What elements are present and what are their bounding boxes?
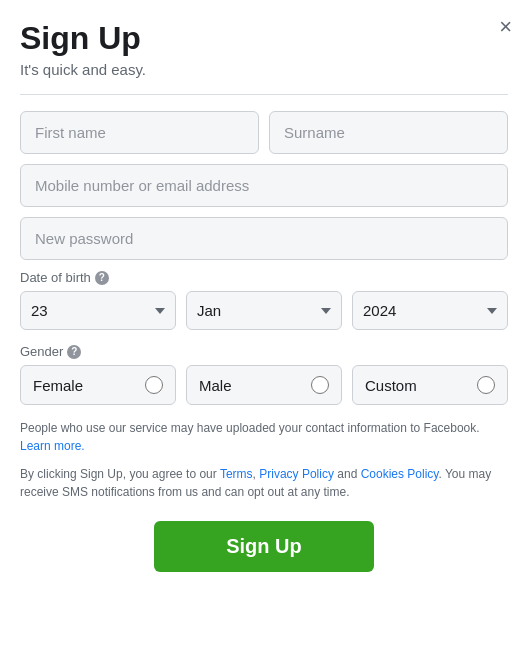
password-row — [20, 217, 508, 260]
dob-selects: 23 123 456 789 101112 131415 161718 1920… — [20, 291, 508, 330]
gender-male-radio[interactable] — [311, 376, 329, 394]
dob-help-icon[interactable]: ? — [95, 271, 109, 285]
mobile-input[interactable] — [20, 164, 508, 207]
dob-year-select[interactable]: 2024 202320222021 202020102000 19901980 — [352, 291, 508, 330]
cookies-link[interactable]: Cookies Policy — [361, 467, 439, 481]
privacy-link[interactable]: Privacy Policy — [259, 467, 334, 481]
mobile-row — [20, 164, 508, 207]
signup-button[interactable]: Sign Up — [154, 521, 374, 572]
terms-text: By clicking Sign Up, you agree to our Te… — [20, 465, 508, 501]
surname-input[interactable] — [269, 111, 508, 154]
dob-label: Date of birth — [20, 270, 91, 285]
gender-male[interactable]: Male — [186, 365, 342, 405]
gender-female-radio[interactable] — [145, 376, 163, 394]
page-subtitle: It's quick and easy. — [20, 61, 508, 78]
contact-info-message: People who use our service may have uplo… — [20, 421, 480, 435]
gender-custom-radio[interactable] — [477, 376, 495, 394]
gender-options: Female Male Custom — [20, 365, 508, 405]
gender-label: Gender — [20, 344, 63, 359]
dob-month-select[interactable]: Jan FebMarApr MayJunJul AugSepOct NovDec — [186, 291, 342, 330]
dob-label-row: Date of birth ? — [20, 270, 508, 285]
gender-male-label: Male — [199, 377, 232, 394]
signup-modal: × Sign Up It's quick and easy. Date of b… — [0, 0, 528, 667]
page-title: Sign Up — [20, 20, 508, 57]
gender-female[interactable]: Female — [20, 365, 176, 405]
gender-female-label: Female — [33, 377, 83, 394]
name-row — [20, 111, 508, 154]
close-button[interactable]: × — [499, 16, 512, 38]
terms-link[interactable]: Terms — [220, 467, 253, 481]
gender-custom[interactable]: Custom — [352, 365, 508, 405]
learn-more-link[interactable]: Learn more. — [20, 439, 85, 453]
first-name-input[interactable] — [20, 111, 259, 154]
password-input[interactable] — [20, 217, 508, 260]
contact-info-text: People who use our service may have uplo… — [20, 419, 508, 455]
gender-help-icon[interactable]: ? — [67, 345, 81, 359]
divider — [20, 94, 508, 95]
terms-prefix: By clicking Sign Up, you agree to our — [20, 467, 217, 481]
dob-day-select[interactable]: 23 123 456 789 101112 131415 161718 1920… — [20, 291, 176, 330]
gender-custom-label: Custom — [365, 377, 417, 394]
gender-label-row: Gender ? — [20, 344, 508, 359]
terms-and: and — [337, 467, 360, 481]
